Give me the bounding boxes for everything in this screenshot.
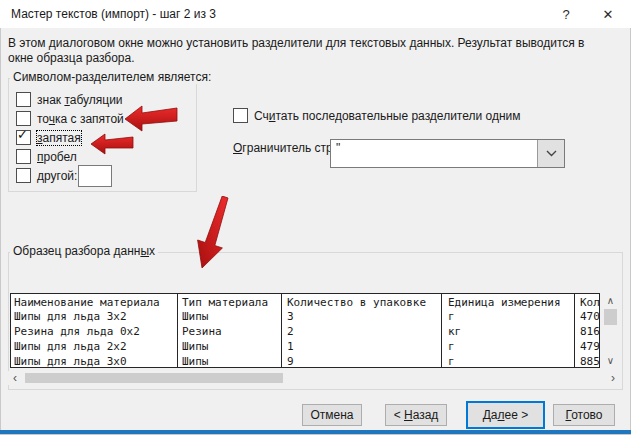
checkbox-space-delimiter[interactable]: пробел — [16, 149, 77, 164]
vertical-scroll-thumb[interactable] — [604, 309, 617, 325]
red-arrow-comma-icon — [90, 132, 134, 156]
preview-cell: г — [448, 310, 455, 323]
help-icon[interactable]: ? — [556, 4, 576, 24]
preview-cell: г — [448, 340, 455, 353]
preview-cell: Шипы — [182, 340, 209, 353]
checkbox-label: Считать последовательные разделители одн… — [254, 109, 521, 123]
button-label: Готово — [565, 408, 602, 422]
checkbox-box[interactable] — [233, 108, 248, 123]
scroll-down-icon[interactable]: ∨ — [601, 353, 620, 368]
scroll-right-icon[interactable]: › — [606, 371, 620, 385]
dialog-title: Мастер текстов (импорт) - шаг 2 из 3 — [11, 7, 216, 21]
preview-cell: г — [448, 355, 455, 368]
preview-row: Шипы для льда 2х2 Шипы 1 г 479 — [11, 340, 599, 354]
checkbox-other-delimiter[interactable]: другой: — [16, 168, 77, 183]
checkbox-box[interactable] — [16, 92, 31, 107]
checkbox-box[interactable] — [16, 111, 31, 126]
preview-cell: Тип материала — [182, 296, 268, 309]
data-preview-table: Наименование материала Тип материала Кол… — [10, 293, 600, 368]
checkbox-label: запятая — [37, 131, 81, 145]
preview-cell: Шипы — [182, 310, 209, 323]
combobox-value: " — [336, 141, 340, 155]
checkbox-box[interactable] — [16, 149, 31, 164]
preview-cell: Шипы для льда 3х2 — [14, 310, 127, 323]
checkbox-box[interactable] — [16, 168, 31, 183]
preview-groupbox-title: Образец разбора данных — [10, 244, 158, 258]
preview-cell: Кол — [580, 296, 600, 309]
preview-cell: Единица измерения — [448, 296, 561, 309]
preview-cell: 2 — [287, 325, 294, 338]
preview-row: Шипы для льда 3х0 Шипы 9 г 885 — [11, 355, 599, 368]
preview-cell: кг — [448, 325, 461, 338]
bottom-accent-strip — [0, 430, 631, 434]
chevron-down-icon[interactable] — [537, 140, 564, 167]
checkbox-label: другой: — [37, 169, 77, 183]
preview-cell: Резина для льда 0х2 — [14, 325, 140, 338]
next-button[interactable]: Далее > — [466, 401, 545, 429]
button-label: Далее > — [483, 408, 529, 422]
finish-button[interactable]: Готово — [553, 404, 615, 426]
text-qualifier-combobox[interactable]: " — [330, 139, 565, 168]
button-label: < Назад — [394, 408, 439, 422]
checkbox-tab-delimiter[interactable]: знак табуляции — [16, 92, 123, 107]
checkbox-label: знак табуляции — [37, 93, 123, 107]
checkbox-label: точка с запятой — [37, 112, 124, 126]
red-arrow-preview-icon — [194, 196, 236, 270]
preview-row: Шипы для льда 3х2 Шипы 3 г 470 — [11, 310, 599, 324]
preview-cell: Наименование материала — [14, 296, 160, 309]
preview-cell: 816 — [580, 325, 600, 338]
preview-cell: Шипы — [182, 355, 209, 368]
dialog-description: В этом диалоговом окне можно установить … — [8, 36, 596, 66]
horizontal-scrollbar[interactable]: ‹ › — [8, 371, 620, 385]
button-label: Отмена — [310, 408, 353, 422]
preview-cell: 479 — [580, 340, 600, 353]
checkbox-box-checked[interactable]: ✓ — [16, 130, 31, 145]
checkbox-comma-delimiter[interactable]: ✓ запятая — [16, 130, 81, 145]
preview-cell: Резина — [182, 325, 222, 338]
preview-cell: Шипы для льда 2х2 — [14, 340, 127, 353]
cancel-button[interactable]: Отмена — [302, 404, 362, 426]
other-delimiter-input[interactable] — [78, 165, 112, 187]
preview-cell: 885 — [580, 355, 600, 368]
checkbox-treat-consecutive[interactable]: Считать последовательные разделители одн… — [233, 108, 521, 123]
checkbox-label: пробел — [37, 150, 77, 164]
delimiters-groupbox-title: Символом-разделителем является: — [10, 70, 214, 84]
close-icon[interactable]: ✕ — [598, 4, 618, 24]
preview-cell: Количество в упаковке — [287, 296, 426, 309]
preview-cell: 9 — [287, 355, 294, 368]
preview-cell: 1 — [287, 340, 294, 353]
scroll-left-icon[interactable]: ‹ — [8, 371, 22, 385]
preview-cell: 3 — [287, 310, 294, 323]
preview-cell: 470 — [580, 310, 600, 323]
check-icon: ✓ — [17, 128, 28, 141]
title-bar: Мастер текстов (импорт) - шаг 2 из 3 ? ✕ — [0, 0, 631, 28]
preview-row: Наименование материала Тип материала Кол… — [11, 296, 599, 310]
preview-row: Резина для льда 0х2 Резина 2 кг 816 — [11, 325, 599, 339]
vertical-scrollbar[interactable]: ∧ ∨ — [601, 293, 620, 368]
scroll-up-icon[interactable]: ∧ — [601, 293, 620, 308]
back-button[interactable]: < Назад — [385, 404, 447, 426]
horizontal-scroll-thumb[interactable] — [25, 373, 283, 383]
text-import-wizard-dialog: Мастер текстов (импорт) - шаг 2 из 3 ? ✕… — [0, 0, 631, 435]
checkbox-semicolon-delimiter[interactable]: точка с запятой — [16, 111, 124, 126]
preview-cell: Шипы для льда 3х0 — [14, 355, 127, 368]
red-arrow-semicolon-icon — [124, 104, 178, 132]
